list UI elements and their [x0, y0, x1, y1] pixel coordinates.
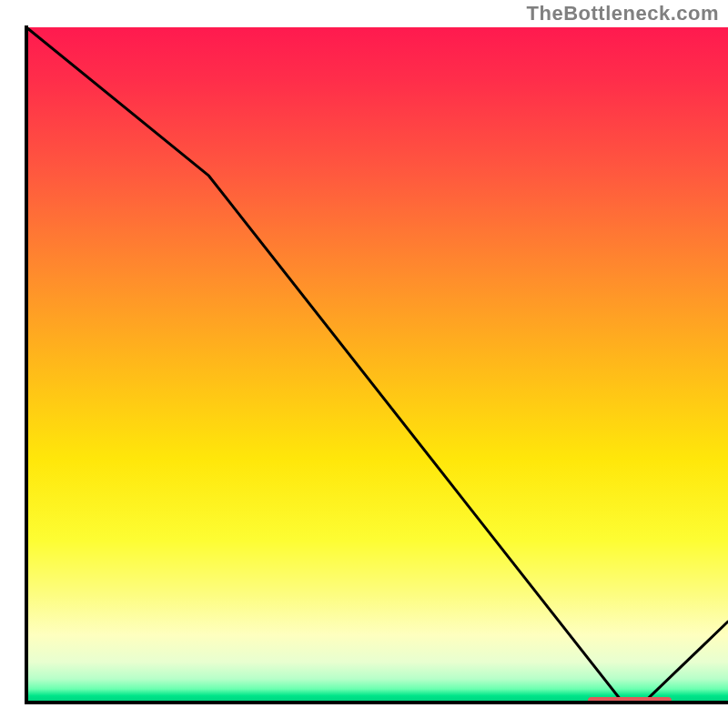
- y-axis: [25, 25, 28, 704]
- bottleneck-line: [26, 27, 728, 703]
- chart-container: TheBottleneck.com: [0, 0, 728, 728]
- attribution-text: TheBottleneck.com: [527, 2, 719, 25]
- x-axis: [25, 701, 728, 704]
